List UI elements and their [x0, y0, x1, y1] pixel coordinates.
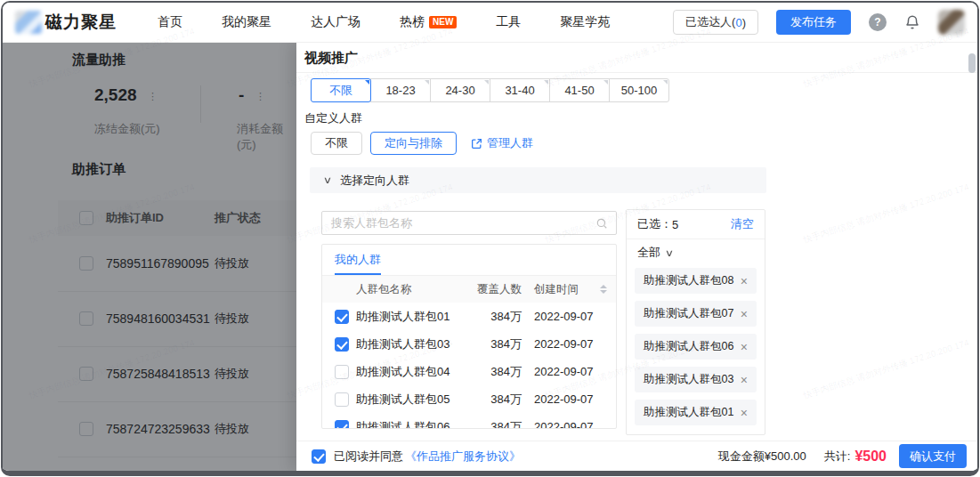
drawer-scrollbar-thumb[interactable] — [968, 53, 976, 73]
remove-chip-icon[interactable]: × — [741, 374, 748, 386]
audience-coverage: 384万 — [477, 336, 522, 352]
audience-row[interactable]: 助推测试人群包04 384万 2022-09-07 — [322, 358, 616, 385]
audience-name: 助推测试人群包01 — [356, 309, 477, 325]
audience-coverage: 384万 — [477, 309, 522, 325]
custom-audience-options: 不限 定向与排除 管理人群 — [311, 132, 533, 155]
total-amount: ¥500 — [854, 449, 887, 465]
selected-talent-count: 0 — [735, 16, 741, 29]
menu-item-academy[interactable]: 聚星学苑 — [560, 14, 610, 30]
custom-audience-label: 自定义人群 — [304, 110, 362, 126]
audience-created: 2022-09-07 — [522, 392, 596, 406]
remove-chip-icon[interactable]: × — [741, 275, 748, 287]
drawer-title: 视频推广 — [304, 50, 358, 67]
tab-my-audience[interactable]: 我的人群 — [335, 245, 381, 275]
menu-item-hot-list[interactable]: 热榜 NEW — [400, 14, 457, 30]
audience-coverage: 384万 — [477, 419, 522, 430]
audience-name: 助推测试人群包03 — [356, 336, 477, 352]
age-option-50-100[interactable]: 50-100 — [609, 78, 669, 102]
audience-name: 助推测试人群包05 — [356, 392, 477, 408]
age-option-18-23[interactable]: 18-23 — [370, 78, 431, 102]
selected-chip: 助推测试人群包03× — [635, 367, 757, 392]
audience-search-input[interactable] — [322, 216, 595, 230]
age-option-group: 不限 18-23 24-30 31-40 41-50 50-100 — [311, 78, 669, 102]
audience-option-unlimited[interactable]: 不限 — [311, 132, 362, 155]
main-menu: 首页 我的聚星 达人广场 热榜 NEW 工具 聚星学苑 — [158, 14, 610, 30]
audience-checkbox[interactable] — [335, 420, 349, 430]
audience-tabs: 我的人群 — [322, 245, 616, 276]
remove-chip-icon[interactable]: × — [741, 407, 748, 419]
audience-checkbox[interactable] — [335, 310, 349, 324]
new-badge: NEW — [429, 16, 457, 28]
col-audience-name: 人群包名称 — [356, 282, 477, 297]
audience-checkbox[interactable] — [335, 392, 349, 407]
clear-all-link[interactable]: 清空 — [731, 216, 754, 232]
notification-bell-icon[interactable] — [904, 14, 920, 30]
video-promotion-drawer: 视频推广 不限 18-23 24-30 31-40 41-50 50-100 自… — [296, 43, 977, 471]
modal-dim-overlay[interactable] — [3, 43, 296, 471]
help-icon[interactable]: ? — [869, 13, 887, 31]
menu-item-home[interactable]: 首页 — [158, 14, 182, 30]
browser-window: 磁力聚星 首页 我的聚星 达人广场 热榜 NEW 工具 聚星学苑 已选达人(0)… — [1, 1, 979, 476]
selected-chip: 助推测试人群包06× — [635, 334, 757, 360]
audience-coverage: 384万 — [477, 364, 522, 380]
audience-row[interactable]: 助推测试人群包06 384万 2022-09-07 — [322, 413, 616, 429]
top-navbar: 磁力聚星 首页 我的聚星 达人广场 热榜 NEW 工具 聚星学苑 已选达人(0)… — [3, 3, 977, 43]
chevron-down-icon: ∨ — [665, 247, 674, 259]
agreement-checkbox[interactable] — [312, 449, 326, 464]
user-avatar[interactable] — [938, 10, 965, 35]
selected-chips-list: 助推测试人群包08× 助推测试人群包07× 助推测试人群包06× 助推测试人群包… — [627, 266, 765, 427]
external-link-icon — [471, 138, 482, 150]
audience-search-box — [321, 211, 617, 235]
audience-created: 2022-09-07 — [522, 420, 596, 429]
selected-panel-header: 已选： 5 清空 — [627, 210, 765, 239]
selected-count: 5 — [672, 218, 678, 231]
selected-filter-dropdown[interactable]: 全部 ∨ — [627, 239, 765, 266]
agreement-link[interactable]: 《作品推广服务协议》 — [405, 449, 521, 465]
audience-coverage: 384万 — [477, 392, 522, 408]
remove-chip-icon[interactable]: × — [741, 308, 748, 320]
publish-task-button[interactable]: 发布任务 — [776, 10, 851, 35]
brand-logo — [15, 11, 42, 34]
audience-created: 2022-09-07 — [522, 365, 596, 378]
chevron-down-icon: ∨ — [323, 174, 332, 186]
audience-created: 2022-09-07 — [522, 310, 596, 323]
audience-checkbox[interactable] — [335, 365, 349, 379]
manage-audience-link[interactable]: 管理人群 — [471, 135, 533, 151]
age-option-unlimited[interactable]: 不限 — [311, 78, 371, 102]
navbar-right: 已选达人(0) 发布任务 ? — [673, 10, 965, 35]
audience-table-header: 人群包名称 覆盖人数 创建时间 — [322, 276, 616, 303]
audience-row[interactable]: 助推测试人群包03 384万 2022-09-07 — [322, 330, 616, 358]
age-option-41-50[interactable]: 41-50 — [549, 78, 610, 102]
remove-chip-icon[interactable]: × — [741, 341, 748, 353]
age-option-24-30[interactable]: 24-30 — [430, 78, 490, 102]
selected-talent-button[interactable]: 已选达人(0) — [673, 10, 758, 35]
cash-amount: 现金金额¥500.00 — [718, 449, 806, 465]
drawer-footer: 已阅读并同意 《作品推广服务协议》 现金金额¥500.00 共计: ¥500 确… — [296, 441, 977, 471]
audience-checkbox[interactable] — [335, 337, 349, 352]
selected-audience-panel: 已选： 5 清空 全部 ∨ 助推测试人群包08× 助推测试人群包07× 助推测试… — [626, 209, 765, 435]
audience-option-target-exclude[interactable]: 定向与排除 — [370, 132, 457, 155]
sort-created-icon[interactable] — [600, 285, 611, 294]
confirm-pay-button[interactable]: 确认支付 — [899, 444, 967, 468]
audience-name: 助推测试人群包04 — [356, 364, 477, 380]
total-label: 共计: — [824, 449, 851, 465]
search-icon[interactable] — [595, 217, 608, 230]
audience-name: 助推测试人群包06 — [356, 419, 477, 430]
selected-chip: 助推测试人群包08× — [635, 268, 757, 294]
selected-chip: 助推测试人群包01× — [635, 400, 757, 425]
audience-table-panel: 我的人群 人群包名称 覆盖人数 创建时间 助推测试人群包01 384万 2022… — [321, 244, 617, 429]
menu-item-my-juxing[interactable]: 我的聚星 — [222, 14, 271, 30]
menu-item-tools[interactable]: 工具 — [496, 14, 521, 30]
age-option-31-40[interactable]: 31-40 — [490, 78, 550, 102]
audience-created: 2022-09-07 — [522, 337, 596, 351]
audience-row[interactable]: 助推测试人群包01 384万 2022-09-07 — [322, 303, 616, 330]
selected-chip: 助推测试人群包07× — [635, 301, 757, 327]
brand-title: 磁力聚星 — [45, 11, 117, 34]
agreement-text: 已阅读并同意 — [334, 449, 403, 465]
target-audience-collapse-header[interactable]: ∨ 选择定向人群 — [310, 167, 766, 193]
col-coverage: 覆盖人数 — [477, 282, 522, 297]
drawer-title-divider — [296, 72, 977, 73]
menu-item-talent-market[interactable]: 达人广场 — [311, 14, 360, 30]
col-created: 创建时间 — [522, 282, 596, 297]
audience-row[interactable]: 助推测试人群包05 384万 2022-09-07 — [322, 385, 616, 413]
